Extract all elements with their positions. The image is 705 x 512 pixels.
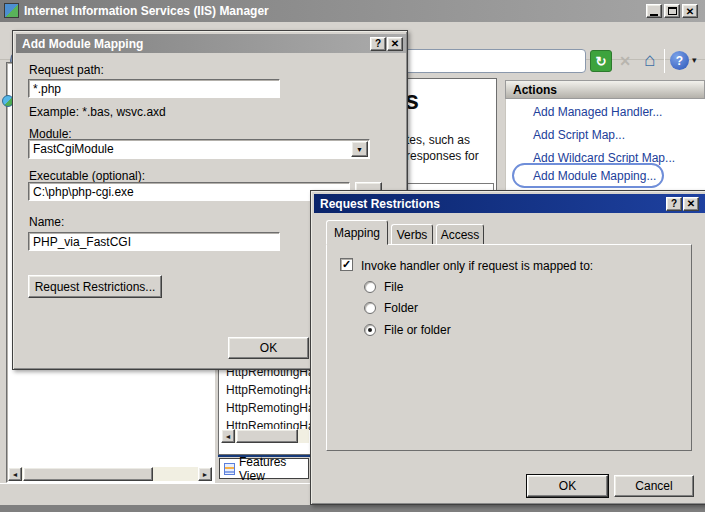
- dialog-close-icon[interactable]: ✕: [387, 37, 403, 51]
- request-path-label: Request path:: [29, 63, 104, 77]
- request-restrictions-button[interactable]: Request Restrictions...: [28, 275, 162, 298]
- dialog-titlebar: Request Restrictions: [314, 194, 705, 213]
- tab-verbs[interactable]: Verbs: [391, 224, 433, 245]
- features-view-label: Features View: [239, 455, 308, 483]
- invoke-handler-label: Invoke handler only if request is mapped…: [361, 259, 593, 273]
- help-icon[interactable]: ?: [670, 51, 689, 70]
- scrollbar-thumb[interactable]: [23, 467, 153, 481]
- handler-list-item[interactable]: HttpRemotingHan: [226, 383, 321, 397]
- connections-hscrollbar[interactable]: ◄ ►: [8, 467, 212, 481]
- tab-access[interactable]: Access: [436, 224, 484, 245]
- invoke-handler-checkbox[interactable]: ✓: [340, 258, 353, 271]
- help-caret-icon[interactable]: ▾: [692, 55, 697, 65]
- module-dropdown[interactable]: FastCgiModule ▼: [28, 139, 370, 159]
- module-dropdown-value: FastCgiModule: [33, 142, 114, 156]
- cancel-button[interactable]: Cancel: [614, 475, 694, 497]
- iis-manager-window: Internet Information Services (IIS) Mana…: [0, 0, 705, 512]
- refresh-icon[interactable]: ↻: [590, 50, 612, 72]
- minimize-button[interactable]: [646, 4, 662, 18]
- dialog-title: Request Restrictions: [320, 197, 440, 211]
- maximize-button[interactable]: [664, 4, 680, 18]
- radio-file-or-folder-label: File or folder: [384, 323, 451, 337]
- ok-button[interactable]: OK: [228, 337, 309, 359]
- window-bottom-edge: [0, 505, 705, 512]
- dialog-help-icon[interactable]: ?: [666, 197, 682, 211]
- description-fragment: tes, such as: [406, 133, 470, 147]
- name-input[interactable]: [28, 232, 280, 251]
- annotation-circle: [512, 163, 664, 188]
- scroll-right-icon[interactable]: ►: [198, 467, 212, 481]
- description-fragment: responses for: [406, 149, 479, 163]
- radio-file-or-folder[interactable]: [364, 324, 376, 336]
- request-path-input[interactable]: [28, 79, 280, 98]
- executable-input[interactable]: [28, 182, 350, 201]
- features-view-tab[interactable]: Features View: [219, 458, 309, 479]
- request-path-example: Example: *.bas, wsvc.axd: [29, 105, 166, 119]
- dropdown-arrow-icon[interactable]: ▼: [351, 141, 368, 157]
- radio-file[interactable]: [364, 281, 376, 293]
- window-titlebar: Internet Information Services (IIS) Mana…: [0, 0, 705, 22]
- home-icon[interactable]: ⌂: [640, 49, 660, 71]
- ok-button[interactable]: OK: [527, 475, 608, 497]
- dialog-title: Add Module Mapping: [22, 37, 143, 51]
- handler-list-item[interactable]: HttpRemotingHan: [226, 401, 321, 415]
- add-managed-handler-link[interactable]: Add Managed Handler...: [533, 105, 662, 119]
- close-button[interactable]: ✕: [682, 4, 698, 18]
- scroll-left-icon[interactable]: ◄: [221, 429, 235, 443]
- iis-app-icon: [4, 3, 19, 18]
- executable-label: Executable (optional):: [29, 169, 145, 183]
- scrollbar-thumb[interactable]: [236, 429, 298, 443]
- scroll-left-icon[interactable]: ◄: [8, 467, 22, 481]
- actions-header-label: Actions: [513, 83, 557, 97]
- dialog-help-icon[interactable]: ?: [370, 37, 386, 51]
- features-view-icon: [224, 463, 235, 475]
- tab-mapping[interactable]: Mapping: [326, 220, 388, 245]
- toolbar-separator: [664, 49, 665, 73]
- name-label: Name:: [29, 215, 64, 229]
- request-restrictions-dialog: Request Restrictions ? ✕ Mapping Verbs A…: [310, 190, 705, 505]
- mapping-tab-panel: ✓ Invoke handler only if request is mapp…: [326, 244, 692, 451]
- handler-list-hscrollbar[interactable]: ◄: [221, 429, 309, 443]
- radio-file-label: File: [384, 280, 403, 294]
- actions-header: Actions: [505, 80, 705, 99]
- radio-folder[interactable]: [364, 302, 376, 314]
- add-script-map-link[interactable]: Add Script Map...: [533, 128, 625, 142]
- window-title: Internet Information Services (IIS) Mana…: [24, 4, 269, 18]
- dialog-titlebar: Add Module Mapping: [16, 34, 406, 53]
- radio-folder-label: Folder: [384, 301, 418, 315]
- stop-icon: ✕: [616, 52, 634, 70]
- dialog-close-icon[interactable]: ✕: [683, 197, 699, 211]
